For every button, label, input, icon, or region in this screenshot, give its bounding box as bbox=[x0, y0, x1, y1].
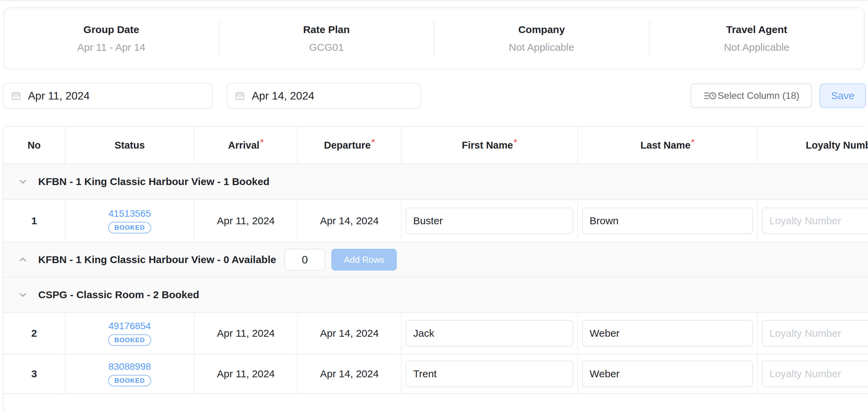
table-header-row: No Status Arrival* Departure* First Name… bbox=[3, 127, 868, 164]
loyalty-number-input[interactable] bbox=[762, 361, 868, 387]
column-header-label: No bbox=[28, 140, 41, 151]
required-asterisk: * bbox=[260, 137, 263, 148]
select-column-button[interactable]: Select Column (18) bbox=[691, 83, 812, 108]
group-row-cspg-booked[interactable]: CSPG - Classic Room - 2 Booked bbox=[3, 277, 868, 313]
arrival-date-picker[interactable]: Apr 11, 2024 bbox=[3, 83, 213, 109]
summary-value: GCG01 bbox=[309, 42, 344, 53]
row-number-cell: 1 bbox=[3, 200, 66, 243]
column-header-last-name: Last Name* bbox=[578, 127, 758, 164]
next-row-partial bbox=[3, 394, 868, 411]
last-name-input[interactable] bbox=[582, 320, 753, 347]
departure-date-picker[interactable]: Apr 14, 2024 bbox=[227, 83, 421, 109]
save-label: Save bbox=[831, 90, 854, 102]
arrival-cell: Apr 11, 2024 bbox=[194, 313, 298, 354]
rooming-list-table: No Status Arrival* Departure* First Name… bbox=[3, 126, 868, 411]
loyalty-number-cell bbox=[758, 200, 868, 243]
departure-date: Apr 14, 2024 bbox=[320, 328, 379, 339]
confirmation-number-link[interactable]: 49176854 bbox=[108, 321, 151, 332]
group-label: KFBN - 1 King Classic Harbour View - 1 B… bbox=[38, 176, 270, 187]
column-header-first-name: First Name* bbox=[402, 127, 578, 164]
column-header-label: First Name bbox=[462, 140, 513, 151]
first-name-input[interactable] bbox=[406, 320, 573, 347]
last-name-input[interactable] bbox=[582, 361, 753, 387]
group-label: CSPG - Classic Room - 2 Booked bbox=[38, 289, 199, 301]
chevron-up-icon[interactable] bbox=[17, 254, 29, 265]
row-number-cell: 3 bbox=[3, 354, 66, 394]
group-row-kfbn-booked[interactable]: KFBN - 1 King Classic Harbour View - 1 B… bbox=[3, 164, 868, 200]
first-name-cell bbox=[402, 200, 578, 243]
table-row: 1 41513565 BOOKED Apr 11, 2024 Apr 14, 2… bbox=[3, 200, 868, 243]
column-header-label: Status bbox=[115, 140, 145, 151]
summary-label: Rate Plan bbox=[303, 24, 350, 35]
departure-cell: Apr 14, 2024 bbox=[298, 354, 402, 394]
group-booking-page: Group Date Apr 11 - Apr 14 Rate Plan GCG… bbox=[0, 0, 868, 411]
column-header-label: Arrival bbox=[228, 140, 259, 151]
summary-label: Travel Agent bbox=[726, 24, 787, 35]
last-name-cell bbox=[578, 313, 758, 354]
column-header-departure: Departure* bbox=[298, 127, 402, 164]
column-settings-icon bbox=[703, 90, 717, 101]
arrival-cell: Apr 11, 2024 bbox=[194, 354, 298, 394]
last-name-cell bbox=[578, 354, 758, 394]
row-number-cell: 2 bbox=[3, 313, 66, 354]
column-header-label: Loyalty Number bbox=[806, 140, 868, 151]
status-badge: BOOKED bbox=[108, 222, 151, 233]
arrival-date-value: Apr 11, 2024 bbox=[28, 90, 90, 102]
column-header-loyalty-number: Loyalty Number bbox=[758, 127, 868, 164]
save-button[interactable]: Save bbox=[820, 83, 866, 108]
status-cell: 41513565 BOOKED bbox=[66, 200, 194, 243]
required-asterisk: * bbox=[513, 137, 517, 148]
column-header-no: No bbox=[3, 127, 66, 164]
first-name-input[interactable] bbox=[406, 208, 573, 234]
first-name-cell bbox=[402, 354, 578, 394]
departure-date: Apr 14, 2024 bbox=[320, 215, 379, 227]
chevron-down-icon[interactable] bbox=[17, 289, 29, 301]
status-badge: BOOKED bbox=[108, 334, 151, 346]
last-name-cell bbox=[578, 200, 758, 243]
summary-value: Not Applicable bbox=[509, 42, 574, 53]
arrival-date: Apr 11, 2024 bbox=[217, 368, 275, 380]
summary-field-company: Company Not Applicable bbox=[434, 8, 649, 69]
departure-cell: Apr 14, 2024 bbox=[298, 200, 402, 243]
arrival-date: Apr 11, 2024 bbox=[217, 215, 275, 227]
confirmation-number-link[interactable]: 83088998 bbox=[108, 361, 151, 372]
row-number: 3 bbox=[31, 368, 37, 380]
summary-field-group-date: Group Date Apr 11 - Apr 14 bbox=[4, 8, 219, 69]
summary-label: Company bbox=[518, 24, 565, 35]
departure-date: Apr 14, 2024 bbox=[320, 368, 379, 380]
required-asterisk: * bbox=[691, 137, 695, 148]
row-number: 2 bbox=[31, 328, 37, 339]
column-header-label: Departure bbox=[324, 140, 371, 151]
column-header-arrival: Arrival* bbox=[194, 127, 298, 164]
summary-value: Apr 11 - Apr 14 bbox=[77, 42, 145, 53]
summary-field-travel-agent: Travel Agent Not Applicable bbox=[650, 8, 864, 69]
select-column-label: Select Column (18) bbox=[718, 90, 799, 101]
last-name-input[interactable] bbox=[582, 208, 753, 234]
loyalty-number-cell bbox=[758, 354, 868, 394]
loyalty-number-input[interactable] bbox=[762, 208, 868, 234]
add-rows-count-input[interactable] bbox=[284, 249, 325, 271]
summary-value: Not Applicable bbox=[724, 42, 790, 53]
summary-field-rate-plan: Rate Plan GCG01 bbox=[219, 8, 434, 69]
top-divider bbox=[0, 0, 868, 1]
status-cell: 83088998 BOOKED bbox=[66, 354, 194, 394]
table-row: 2 49176854 BOOKED Apr 11, 2024 Apr 14, 2… bbox=[3, 313, 868, 354]
loyalty-number-input[interactable] bbox=[762, 320, 868, 347]
column-header-label: Last Name bbox=[640, 140, 691, 151]
column-header-status: Status bbox=[66, 127, 194, 164]
group-row-kfbn-available[interactable]: KFBN - 1 King Classic Harbour View - 0 A… bbox=[3, 243, 868, 277]
required-asterisk: * bbox=[371, 137, 375, 148]
arrival-date: Apr 11, 2024 bbox=[217, 328, 275, 339]
arrival-cell: Apr 11, 2024 bbox=[194, 200, 298, 243]
row-number: 1 bbox=[31, 215, 37, 227]
departure-cell: Apr 14, 2024 bbox=[298, 313, 402, 354]
chevron-down-icon[interactable] bbox=[17, 176, 29, 187]
status-badge: BOOKED bbox=[108, 375, 151, 386]
summary-label: Group Date bbox=[84, 24, 139, 35]
status-cell: 49176854 BOOKED bbox=[66, 313, 194, 354]
group-summary-card: Group Date Apr 11 - Apr 14 Rate Plan GCG… bbox=[3, 7, 865, 70]
confirmation-number-link[interactable]: 41513565 bbox=[108, 208, 151, 219]
first-name-input[interactable] bbox=[406, 361, 573, 387]
calendar-icon bbox=[235, 91, 245, 101]
add-rows-button[interactable]: Add Rows bbox=[331, 249, 397, 271]
